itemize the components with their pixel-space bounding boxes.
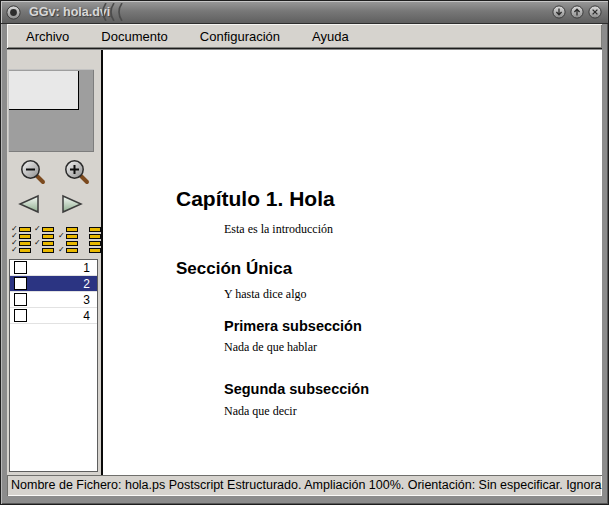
section-heading: Sección Única (176, 259, 292, 279)
menu-documento[interactable]: Documento (92, 27, 176, 46)
app-window: GGv: hola.dvi Archivo Documento Configur… (0, 0, 609, 505)
page-list-row-3[interactable]: 3 (10, 292, 97, 308)
subsection1-heading: Primera subsección (224, 318, 362, 334)
page-nav-toolbar (7, 194, 101, 216)
minimize-button[interactable] (552, 5, 566, 19)
titlebar[interactable]: GGv: hola.dvi (1, 1, 608, 24)
window-controls (552, 5, 602, 19)
titlebar-decoration (99, 3, 129, 21)
previous-page-arrow-icon (20, 196, 38, 212)
page-3-number: 3 (83, 293, 90, 307)
zoom-out-button[interactable] (19, 158, 47, 186)
subsection2-text: Nada que decir (224, 404, 297, 419)
document-view[interactable]: Capítulo 1. Hola Esta es la introducción… (101, 50, 602, 475)
subsection1-text: Nada de que hablar (224, 340, 317, 355)
menubar: Archivo Documento Configuración Ayuda (7, 24, 602, 49)
menu-ayuda[interactable]: Ayuda (303, 27, 358, 46)
window-menu-button[interactable] (6, 5, 21, 20)
visible-area-rectangle[interactable] (9, 71, 79, 110)
toggle-even-pages-button[interactable]: ✓✓ (58, 226, 78, 253)
main-content: ✓✓✓✓ ✓✓ ✓✓ 1 2 3 (7, 50, 602, 475)
intro-text: Esta es la introducción (224, 222, 333, 237)
page-1-number: 1 (83, 261, 90, 275)
page-list[interactable]: 1 2 3 4 (9, 259, 98, 472)
menu-configuracion[interactable]: Configuración (191, 27, 289, 46)
clear-all-pages-button[interactable] (81, 226, 101, 253)
section-text: Y hasta dice algo (224, 287, 307, 302)
page-2-number: 2 (83, 277, 90, 291)
next-page-button[interactable] (59, 194, 85, 214)
toggle-odd-pages-button[interactable]: ✓✓ (34, 226, 54, 253)
page-list-row-2[interactable]: 2 (10, 276, 97, 292)
menu-archivo[interactable]: Archivo (17, 27, 78, 46)
page-list-row-1[interactable]: 1 (10, 260, 97, 276)
zoom-toolbar (7, 158, 101, 186)
page-thumbnail-panel[interactable] (8, 69, 94, 152)
page-3-checkbox[interactable] (14, 293, 27, 306)
subsection2-heading: Segunda subsección (224, 381, 369, 397)
chapter-heading: Capítulo 1. Hola (176, 187, 335, 211)
window-menu-icon (10, 9, 17, 16)
statusbar: Nombre de Fichero: hola.ps Postscript Es… (7, 475, 602, 496)
previous-page-button[interactable] (16, 194, 42, 214)
page-4-number: 4 (83, 309, 90, 323)
page-1-checkbox[interactable] (14, 261, 27, 274)
maximize-button[interactable] (570, 5, 584, 19)
sidebar: ✓✓✓✓ ✓✓ ✓✓ 1 2 3 (7, 50, 101, 475)
next-page-arrow-icon (63, 196, 81, 212)
close-button[interactable] (588, 5, 602, 19)
page-list-row-4[interactable]: 4 (10, 308, 97, 324)
zoom-in-button[interactable] (63, 158, 91, 186)
toggle-all-pages-button[interactable]: ✓✓✓✓ (11, 226, 31, 253)
page-4-checkbox[interactable] (14, 309, 27, 322)
page-2-checkbox[interactable] (14, 277, 27, 290)
page-marks-toolbar: ✓✓✓✓ ✓✓ ✓✓ (7, 226, 101, 254)
status-text: Nombre de Fichero: hola.ps Postscript Es… (7, 475, 602, 496)
